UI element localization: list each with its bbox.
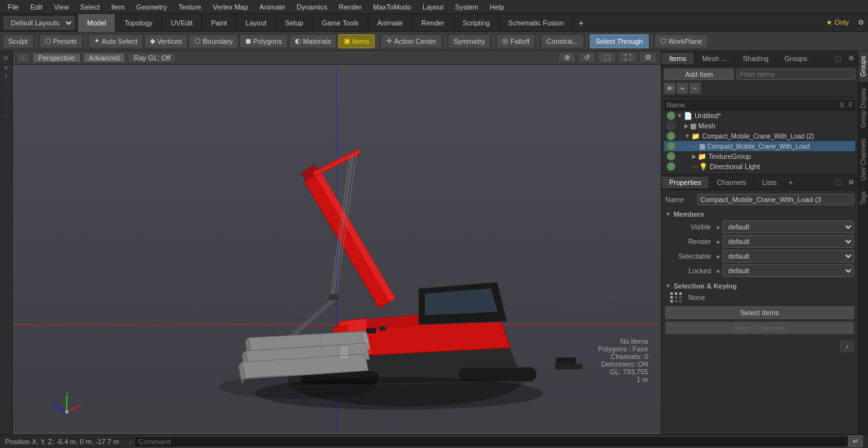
tree-eye-texture-group[interactable] bbox=[667, 152, 675, 161]
items-del-btn[interactable]: − bbox=[689, 83, 701, 94]
tree-item-crane-group[interactable]: ▼ 📁 Compact_Mobile_Crane_With_Load (2) bbox=[664, 131, 855, 141]
menu-animate[interactable]: Animate bbox=[254, 2, 290, 12]
items-eye-btn[interactable]: 👁 bbox=[664, 83, 675, 94]
command-go-button[interactable]: ↵ bbox=[848, 435, 863, 447]
symmetry-button[interactable]: Symmetry bbox=[448, 34, 491, 48]
tree-arrow-mesh[interactable]: ▶ bbox=[684, 123, 689, 129]
layout-settings-icon[interactable]: ⚙ bbox=[854, 16, 868, 29]
far-right-tab-group-display[interactable]: Group Display bbox=[858, 83, 868, 133]
items-button[interactable]: ▣ Items bbox=[338, 34, 375, 48]
command-input[interactable] bbox=[134, 436, 848, 447]
props-tab-channels[interactable]: Channels bbox=[709, 177, 754, 188]
far-right-tab-groups[interactable]: Groups bbox=[858, 51, 868, 83]
tree-arrow-crane-mesh[interactable]: — bbox=[692, 143, 698, 149]
tree-eye-crane-group[interactable] bbox=[667, 132, 675, 140]
tree-eye-mesh[interactable] bbox=[667, 121, 675, 130]
rp-expand-icon[interactable]: ⬚ bbox=[831, 53, 844, 64]
menu-maxtomodo[interactable]: MaxToModo bbox=[368, 2, 416, 12]
filter-items-input[interactable] bbox=[736, 69, 855, 80]
props-tab-add[interactable]: + bbox=[785, 177, 796, 188]
far-right-tab-tags[interactable]: Tags bbox=[858, 186, 868, 210]
props-name-input[interactable] bbox=[697, 194, 854, 205]
left-panel-item-5[interactable]: · bbox=[1, 92, 12, 100]
props-selection-header[interactable]: ▼ Selection & Keying bbox=[665, 282, 854, 290]
rp-tab-mesh[interactable]: Mesh ... bbox=[695, 53, 735, 64]
far-right-tab-user-channels[interactable]: User Channels bbox=[858, 133, 868, 186]
viewport-icon-2[interactable]: ↺ bbox=[578, 52, 595, 63]
rp-settings-icon[interactable]: ⚙ bbox=[844, 53, 858, 64]
viewport-canvas[interactable]: No Items Polygons : Face Channels: 0 Def… bbox=[13, 65, 661, 434]
props-tab-properties[interactable]: Properties bbox=[661, 177, 709, 188]
properties-expand-button[interactable]: › bbox=[840, 341, 854, 352]
menu-help[interactable]: Help bbox=[485, 2, 510, 12]
menu-view[interactable]: View bbox=[49, 2, 74, 12]
constraints-button[interactable]: Constrai... bbox=[541, 34, 584, 48]
layout-tab-paint[interactable]: Paint bbox=[202, 14, 236, 32]
viewport-icon-4[interactable]: ⛶ bbox=[618, 52, 637, 63]
props-members-header[interactable]: ▼ Members bbox=[665, 210, 854, 218]
menu-render[interactable]: Render bbox=[334, 2, 367, 12]
menu-item[interactable]: Item bbox=[106, 2, 130, 12]
tree-arrow-crane-group[interactable]: ▼ bbox=[684, 133, 690, 139]
props-visible-select[interactable]: default bbox=[722, 221, 854, 233]
layout-tab-layout[interactable]: Layout bbox=[236, 14, 276, 32]
viewport-mode-btn[interactable]: Perspective bbox=[32, 53, 80, 63]
boundary-button[interactable]: ⬡ Boundary bbox=[189, 34, 238, 48]
menu-edit[interactable]: Edit bbox=[25, 2, 48, 12]
viewport-shading-btn[interactable]: Advanced bbox=[83, 53, 126, 63]
viewport-icon-5[interactable]: ⚙ bbox=[639, 52, 657, 63]
select-items-button[interactable]: Select Items bbox=[665, 306, 854, 319]
select-through-button[interactable]: Select Through bbox=[590, 34, 648, 48]
action-center-button[interactable]: ✛ Action Center bbox=[381, 34, 442, 48]
tree-eye-crane-mesh[interactable] bbox=[667, 142, 675, 151]
menu-select[interactable]: Select bbox=[75, 2, 105, 12]
menu-layout[interactable]: Layout bbox=[417, 2, 449, 12]
tree-arrow-texture-group[interactable]: ▶ bbox=[692, 153, 696, 160]
sculpt-button[interactable]: Sculpt bbox=[3, 34, 34, 48]
select-channels-button[interactable]: Select Channels bbox=[665, 322, 854, 334]
left-panel-item-7[interactable]: · bbox=[1, 111, 12, 119]
left-panel-item-4[interactable]: · bbox=[1, 82, 12, 91]
tree-item-texture-group[interactable]: ▶ 📁 TextureGroup bbox=[664, 151, 855, 161]
layout-selector[interactable]: Default Layouts bbox=[4, 17, 74, 29]
viewport-icon-1[interactable]: ⊕ bbox=[559, 52, 576, 63]
layout-tab-setup[interactable]: Setup bbox=[276, 14, 313, 32]
tree-item-dir-light[interactable]: — 💡 Directional Light bbox=[664, 161, 855, 172]
tree-arrow-untitled[interactable]: ▼ bbox=[677, 112, 682, 119]
menu-file[interactable]: File bbox=[3, 2, 24, 12]
layout-tab-schematic[interactable]: Schematic Fusion bbox=[499, 14, 573, 32]
props-render-select[interactable]: default bbox=[722, 235, 854, 248]
rp-tab-groups[interactable]: Groups bbox=[776, 53, 815, 64]
layout-tab-model[interactable]: Model bbox=[78, 14, 116, 32]
autoselect-button[interactable]: ✦ Auto Select bbox=[88, 34, 143, 48]
layout-tab-uvedit[interactable]: UVEdit bbox=[162, 14, 202, 32]
tree-item-crane-mesh[interactable]: — ▦ Compact_Mobile_Crane_With_Load bbox=[664, 141, 855, 151]
vp-arrows[interactable]: · bbox=[17, 53, 30, 63]
tree-item-untitled[interactable]: ▼ 📄 Untitled* bbox=[664, 111, 855, 121]
items-add-small-btn[interactable]: + bbox=[677, 83, 688, 94]
menu-texture[interactable]: Texture bbox=[173, 2, 207, 12]
menu-geometry[interactable]: Geometry bbox=[131, 2, 172, 12]
layout-tab-gametools[interactable]: Game Tools bbox=[313, 14, 369, 32]
rp-tab-shading[interactable]: Shading bbox=[735, 53, 776, 64]
rp-tab-items[interactable]: Items bbox=[661, 53, 695, 64]
star-only-toggle[interactable]: ★ Only bbox=[821, 16, 854, 29]
props-settings-icon[interactable]: ⚙ bbox=[844, 177, 858, 187]
layout-tab-topology[interactable]: Topology bbox=[116, 14, 162, 32]
menu-dynamics[interactable]: Dynamics bbox=[292, 2, 332, 12]
tree-item-mesh[interactable]: ▶ ▦ Mesh bbox=[664, 121, 855, 131]
vertices-button[interactable]: ◆ Vertices bbox=[144, 34, 187, 48]
menu-system[interactable]: System bbox=[450, 2, 484, 12]
tree-eye-dir-light[interactable] bbox=[667, 162, 675, 171]
layout-tab-animate[interactable]: Animate bbox=[369, 14, 412, 32]
viewport[interactable]: · Perspective Advanced Ray GL: Off ⊕ ↺ ⬚… bbox=[13, 51, 661, 434]
polygons-button[interactable]: ◼ Polygons bbox=[240, 34, 287, 48]
workplane-button[interactable]: ⬡ WorkPlane bbox=[654, 34, 709, 48]
props-selectable-select[interactable]: default bbox=[722, 250, 854, 262]
add-item-button[interactable]: Add Item bbox=[664, 69, 734, 80]
left-panel-item-6[interactable]: · bbox=[1, 101, 12, 110]
materials-button[interactable]: ◐ Materials bbox=[289, 34, 337, 48]
tree-arrow-dir-light[interactable]: — bbox=[692, 163, 698, 170]
props-locked-select[interactable]: default bbox=[722, 264, 854, 277]
tree-eye-untitled[interactable] bbox=[667, 111, 675, 120]
